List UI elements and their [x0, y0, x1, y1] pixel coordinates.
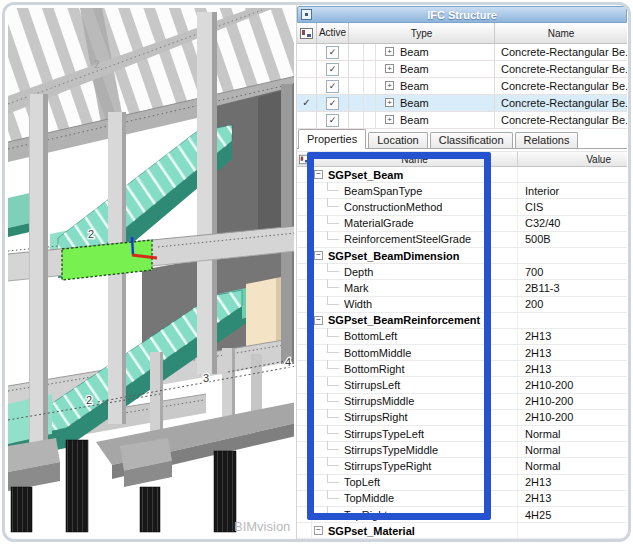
beam-grid-label: 2	[88, 228, 94, 240]
property-name: StirrupsLeft	[344, 379, 400, 391]
expand-icon[interactable]: +	[385, 115, 394, 124]
property-name: BottomLeft	[344, 330, 397, 342]
property-row[interactable]: ConstructionMethodCIS	[297, 199, 627, 215]
property-row[interactable]: ReinforcementSteelGrade500B	[297, 232, 627, 248]
tab-classification[interactable]: Classification	[430, 132, 513, 148]
screenshot: 2	[0, 0, 633, 544]
property-value: Normal	[518, 444, 627, 456]
collapse-icon[interactable]: −	[314, 170, 323, 179]
props-options-icon	[298, 154, 309, 163]
tree-elbow	[327, 296, 339, 305]
axis-z-icon	[132, 237, 133, 255]
tree-elbow	[327, 328, 339, 337]
expand-icon[interactable]: +	[385, 98, 394, 107]
group-name: SGPset_Material	[328, 525, 415, 537]
3d-viewport[interactable]: 2	[5, 5, 294, 539]
name-cell: Concrete-Rectangular Be...	[495, 95, 627, 111]
property-group-row[interactable]: −SGPset_BeamReinforcement	[297, 313, 627, 329]
property-name: BottomRight	[344, 363, 405, 375]
table-row[interactable]: ✓+BeamConcrete-Rectangular Be...	[297, 61, 627, 78]
property-row[interactable]: StirrupsMiddle2H10-200	[297, 394, 627, 410]
property-row[interactable]: StirrupsLeft2H10-200	[297, 377, 627, 393]
property-name: TopMiddle	[344, 492, 394, 504]
property-row[interactable]: Width200	[297, 297, 627, 313]
property-name: StirrupsTypeMiddle	[344, 444, 438, 456]
active-cell: ✓	[317, 78, 349, 94]
property-value: Interior	[518, 185, 627, 197]
property-value: 2H10-200	[518, 395, 627, 407]
property-name: ConstructionMethod	[344, 201, 442, 213]
property-row[interactable]: BottomMiddle2H13	[297, 345, 627, 361]
property-row[interactable]: MaterialGradeC32/40	[297, 216, 627, 232]
property-group-row[interactable]: −SGPset_Beam	[297, 167, 627, 183]
property-name: StirrupsTypeRight	[344, 460, 431, 472]
property-value: Normal	[518, 460, 627, 472]
property-value: 2H13	[518, 492, 627, 504]
property-name: StirrupsRight	[344, 411, 408, 423]
property-group-row[interactable]: −SGPset_Material	[297, 523, 627, 539]
column-header-type[interactable]: Type	[349, 23, 495, 43]
collapse-icon[interactable]: −	[314, 316, 323, 325]
props-column-name[interactable]: Name	[312, 152, 518, 166]
active-checkbox[interactable]: ✓	[326, 97, 339, 110]
tree-elbow	[327, 409, 339, 418]
active-checkbox[interactable]: ✓	[326, 114, 339, 127]
panel-menu-icon[interactable]	[301, 9, 312, 20]
collapse-icon[interactable]: −	[314, 251, 323, 260]
property-row[interactable]: StirrupsRight2H10-200	[297, 410, 627, 426]
active-checkbox[interactable]: ✓	[326, 63, 339, 76]
property-value: Normal	[518, 428, 627, 440]
tree-elbow	[327, 377, 339, 386]
active-cell: ✓	[317, 95, 349, 111]
property-name: TopRight	[344, 509, 387, 521]
tree-elbow	[327, 344, 339, 353]
property-row[interactable]: TopMiddle2H13	[297, 491, 627, 507]
property-name: StirrupsTypeLeft	[344, 428, 424, 440]
table-row[interactable]: ✓+BeamConcrete-Rectangular Be...	[297, 112, 627, 129]
property-row[interactable]: StirrupsTypeLeftNormal	[297, 426, 627, 442]
tab-properties[interactable]: Properties	[298, 129, 366, 149]
tree-elbow	[327, 198, 339, 207]
property-group-row[interactable]: −SGPset_BeamDimension	[297, 248, 627, 264]
property-row[interactable]: TopRight4H25	[297, 507, 627, 523]
column-options-cell[interactable]	[297, 23, 317, 43]
tree-elbow	[327, 393, 339, 402]
type-label: Beam	[400, 63, 429, 75]
active-checkbox[interactable]: ✓	[326, 46, 339, 59]
panel-title: IFC Structure	[427, 9, 497, 21]
property-row[interactable]: BottomRight2H13	[297, 361, 627, 377]
property-row[interactable]: Depth700	[297, 264, 627, 280]
pile	[140, 487, 160, 532]
group-name: SGPset_BeamReinforcement	[328, 314, 480, 326]
tab-bar: PropertiesLocationClassificationRelation…	[297, 129, 627, 149]
table-row[interactable]: ✓+BeamConcrete-Rectangular Be...	[297, 44, 627, 61]
property-row[interactable]: Mark2B11-3	[297, 280, 627, 296]
collapse-icon[interactable]: −	[314, 526, 323, 535]
type-label: Beam	[400, 80, 429, 92]
expand-icon[interactable]: +	[385, 64, 394, 73]
row-selected-marker: ✓	[297, 95, 317, 111]
active-checkbox[interactable]: ✓	[326, 80, 339, 93]
property-row[interactable]: StirrupsTypeRightNormal	[297, 458, 627, 474]
property-value: 2H10-200	[518, 379, 627, 391]
table-row[interactable]: ✓+BeamConcrete-Rectangular Be...	[297, 78, 627, 95]
table-row[interactable]: ✓✓+BeamConcrete-Rectangular Be...	[297, 95, 627, 112]
panel-titlebar[interactable]: IFC Structure	[297, 6, 627, 23]
column-header-name[interactable]: Name	[495, 23, 627, 43]
type-cell: +Beam	[349, 112, 495, 128]
property-row[interactable]: StirrupsTypeMiddleNormal	[297, 442, 627, 458]
props-options-cell[interactable]	[297, 152, 312, 166]
3d-scene: 2	[5, 5, 294, 539]
property-row[interactable]: BottomLeft2H13	[297, 329, 627, 345]
tab-location[interactable]: Location	[368, 132, 428, 148]
type-cell: +Beam	[349, 61, 495, 77]
expand-icon[interactable]: +	[385, 81, 394, 90]
props-column-value[interactable]: Value	[518, 152, 627, 166]
property-row[interactable]: BeamSpanTypeInterior	[297, 183, 627, 199]
column-header-active[interactable]: Active	[317, 23, 349, 43]
property-row[interactable]: TopLeft2H13	[297, 475, 627, 491]
property-value: 2H10-200	[518, 411, 627, 423]
tab-relations[interactable]: Relations	[515, 132, 579, 148]
expand-icon[interactable]: +	[385, 47, 394, 56]
tree-elbow	[327, 474, 339, 483]
